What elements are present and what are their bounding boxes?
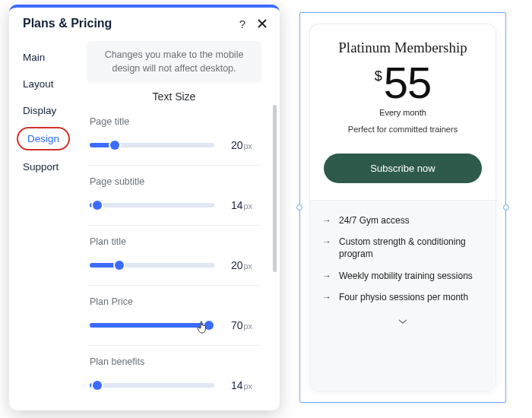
slider-track[interactable] <box>90 263 214 268</box>
divider <box>88 285 260 286</box>
slider-value[interactable]: 70px <box>223 315 260 336</box>
slider-value[interactable]: 20px <box>223 255 260 276</box>
chevron-down-icon <box>397 318 408 325</box>
slider-thumb[interactable] <box>204 321 214 330</box>
benefit-item: →Weekly mobility training sessions <box>322 270 483 282</box>
nav-item-layout[interactable]: Layout <box>9 71 78 97</box>
price-value: 55 <box>384 61 432 105</box>
slider-label: Plan Price <box>90 296 260 307</box>
arrow-right-icon: → <box>322 214 331 226</box>
slider-thumb[interactable] <box>115 261 124 270</box>
scrollbar-thumb[interactable] <box>273 105 277 272</box>
slider-track[interactable] <box>90 383 214 388</box>
billing-period: Every month <box>324 108 482 117</box>
slider-label: Plan benefits <box>90 356 260 367</box>
mobile-preview-frame[interactable]: Platinum Membership $ 55 Every month Per… <box>299 12 506 403</box>
settings-nav: Main Layout Display Design Support <box>9 40 78 410</box>
slider-thumb[interactable] <box>93 201 102 210</box>
slider-plan-title: Plan title20px <box>81 230 268 280</box>
slider-label: Plan title <box>90 236 260 247</box>
currency-symbol: $ <box>375 68 382 84</box>
pricing-settings-panel: Plans & Pricing ? Main Layout Display De… <box>9 5 280 410</box>
plan-price: $ 55 <box>324 61 482 105</box>
nav-item-design[interactable]: Design <box>17 127 70 150</box>
slider-thumb[interactable] <box>110 141 119 150</box>
help-icon[interactable]: ? <box>236 17 249 30</box>
arrow-right-icon: → <box>322 236 331 260</box>
panel-title: Plans & Pricing <box>23 17 230 30</box>
content-scrollbar[interactable] <box>273 85 277 313</box>
slider-value[interactable]: 14px <box>223 375 260 396</box>
panel-header: Plans & Pricing ? <box>9 8 280 40</box>
nav-item-main[interactable]: Main <box>9 44 78 71</box>
arrow-right-icon: → <box>322 291 331 303</box>
benefits-list: →24/7 Gym access→Custom strength & condi… <box>310 200 496 391</box>
benefit-item: →24/7 Gym access <box>322 214 483 226</box>
benefit-text: Weekly mobility training sessions <box>339 270 473 282</box>
plan-tagline: Perfect for committed trainers <box>324 125 482 134</box>
slider-label: Page subtitle <box>90 176 260 187</box>
close-icon[interactable] <box>255 17 269 30</box>
pricing-card: Platinum Membership $ 55 Every month Per… <box>309 24 496 391</box>
divider <box>88 165 260 166</box>
slider-track[interactable] <box>90 203 214 207</box>
slider-plan-benefits: Plan benefits14px <box>81 350 268 401</box>
arrow-right-icon: → <box>322 270 331 282</box>
section-title: Text Size <box>81 90 268 103</box>
slider-value[interactable]: 14px <box>223 195 260 216</box>
benefit-item: →Custom strength & conditioning program <box>322 236 483 260</box>
slider-thumb[interactable] <box>93 381 102 390</box>
plan-title: Platinum Membership <box>324 40 482 56</box>
slider-page-subtitle: Page subtitle14px <box>81 170 268 220</box>
slider-value[interactable]: 20px <box>223 135 260 156</box>
benefit-text: Custom strength & conditioning program <box>339 236 483 260</box>
slider-label: Page title <box>90 116 260 127</box>
resize-handle-left[interactable] <box>296 204 302 211</box>
nav-item-support[interactable]: Support <box>9 154 78 180</box>
mobile-notice: Changes you make to the mobile design wi… <box>87 41 261 83</box>
divider <box>88 345 260 346</box>
resize-handle-right[interactable] <box>503 204 509 211</box>
nav-item-display[interactable]: Display <box>9 97 78 124</box>
slider-fill <box>90 323 209 328</box>
slider-page-title: Page title20px <box>81 110 268 160</box>
slider-plan-price: Plan Price70px <box>81 290 268 340</box>
benefit-text: Four physio sessions per month <box>339 291 468 303</box>
divider <box>88 225 260 226</box>
subscribe-button[interactable]: Subscribe now <box>324 154 482 183</box>
benefit-item: →Four physio sessions per month <box>322 291 483 303</box>
expand-toggle[interactable] <box>322 312 483 329</box>
benefit-text: 24/7 Gym access <box>339 214 410 226</box>
slider-track[interactable] <box>90 143 214 147</box>
settings-content: Changes you make to the mobile design wi… <box>78 40 280 410</box>
slider-track[interactable] <box>90 323 214 328</box>
